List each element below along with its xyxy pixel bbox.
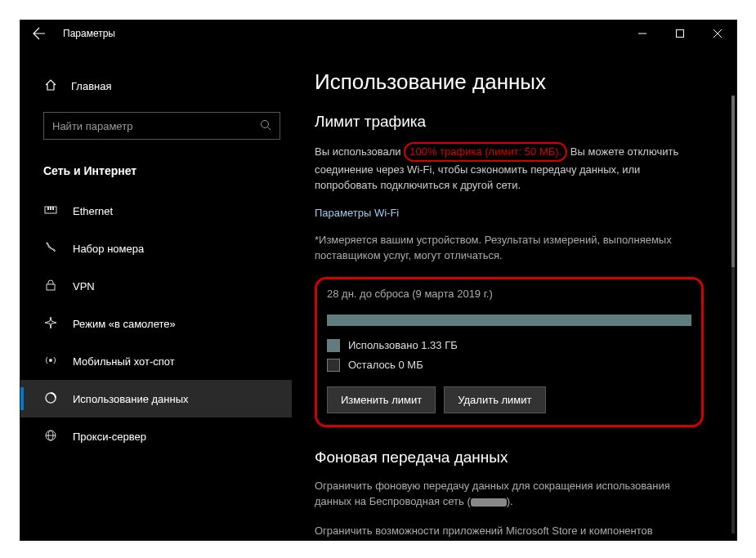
svg-point-4	[262, 120, 269, 127]
usage-progress-bar	[327, 315, 691, 326]
nav-label: Мобильный хот-спот	[73, 355, 175, 368]
background-heading: Фоновая передача данных	[315, 449, 704, 466]
nav-proxy[interactable]: Прокси-сервер	[20, 417, 292, 455]
legend-swatch-used	[327, 339, 340, 352]
nav-label: Ethernet	[73, 205, 113, 217]
limit-heading: Лимит трафика	[315, 113, 722, 131]
section-title: Сеть и Интернет	[20, 146, 292, 192]
legend-used: Использовано 1.33 ГБ	[327, 339, 691, 352]
maximize-icon	[676, 29, 684, 38]
usage-highlight: 100% трафика (лимит: 50 МБ).	[404, 142, 567, 162]
wifi-params-link[interactable]: Параметры Wi-Fi	[315, 207, 722, 219]
search-input[interactable]	[52, 120, 260, 132]
legend-swatch-left	[327, 359, 340, 372]
nav-hotspot[interactable]: Мобильный хот-спот	[20, 342, 292, 380]
arrow-left-icon	[33, 27, 46, 40]
vpn-icon	[43, 279, 58, 294]
reset-countdown: 28 дн. до сброса (9 марта 2019 г.)	[327, 288, 691, 300]
hotspot-icon	[43, 354, 58, 369]
data-usage-icon	[43, 391, 58, 407]
close-icon	[714, 29, 722, 38]
page-title: Использование данных	[315, 69, 722, 95]
svg-line-5	[268, 127, 271, 130]
dialup-icon	[43, 241, 58, 257]
nav-label: Режим «в самолете»	[73, 318, 176, 330]
search-box[interactable]	[43, 112, 280, 140]
limit-panel: 28 дн. до сброса (9 марта 2019 г.) Испол…	[315, 277, 704, 427]
background-desc-2: Ограничить возможности приложений Micros…	[315, 523, 699, 541]
back-button[interactable]	[20, 20, 58, 47]
home-icon	[43, 78, 58, 94]
close-button[interactable]	[699, 20, 736, 47]
nav-label: Использование данных	[73, 393, 189, 405]
titlebar: Параметры	[20, 20, 736, 47]
maximize-button[interactable]	[661, 20, 699, 47]
nav-vpn[interactable]: VPN	[20, 267, 292, 305]
nav-airplane[interactable]: Режим «в самолете»	[20, 305, 292, 342]
nav-ethernet[interactable]: Ethernet	[20, 192, 292, 230]
legend-left: Осталось 0 МБ	[327, 359, 691, 372]
airplane-icon	[43, 316, 58, 332]
sidebar: Главная Сеть и Интернет Ethernet	[20, 47, 292, 540]
nav-data-usage[interactable]: Использование данных	[20, 380, 292, 417]
usage-paragraph: Вы использовали 100% трафика (лимит: 50 …	[315, 142, 699, 194]
nav-label: VPN	[73, 280, 95, 292]
ethernet-icon	[43, 204, 58, 218]
scrollbar-thumb[interactable]	[731, 96, 735, 267]
search-icon	[260, 119, 271, 133]
nav-dialup[interactable]: Набор номера	[20, 230, 292, 267]
window-title: Параметры	[63, 28, 115, 39]
svg-rect-1	[677, 30, 684, 38]
svg-point-11	[49, 359, 52, 362]
settings-window: Параметры Главная Сеть	[20, 20, 737, 541]
remove-limit-button[interactable]: Удалить лимит	[444, 386, 545, 413]
svg-rect-9	[52, 207, 54, 210]
svg-rect-10	[47, 284, 55, 290]
nav-label: Прокси-сервер	[73, 431, 146, 443]
background-desc-1: Ограничить фоновую передачу данных для с…	[315, 478, 699, 510]
disclaimer: *Измеряется вашим устройством. Результат…	[315, 232, 699, 264]
svg-rect-7	[47, 207, 49, 210]
nav-label: Набор номера	[73, 243, 144, 255]
nav-list: Ethernet Набор номера VPN	[20, 192, 292, 455]
proxy-icon	[43, 429, 58, 444]
minimize-icon	[638, 29, 646, 38]
home-label: Главная	[71, 80, 111, 92]
home-nav[interactable]: Главная	[20, 69, 292, 102]
content-pane: Использование данных Лимит трафика Вы ис…	[292, 47, 736, 540]
svg-rect-8	[50, 207, 51, 210]
change-limit-button[interactable]: Изменить лимит	[327, 386, 436, 413]
minimize-button[interactable]	[624, 20, 661, 47]
network-name-redacted	[471, 498, 507, 507]
